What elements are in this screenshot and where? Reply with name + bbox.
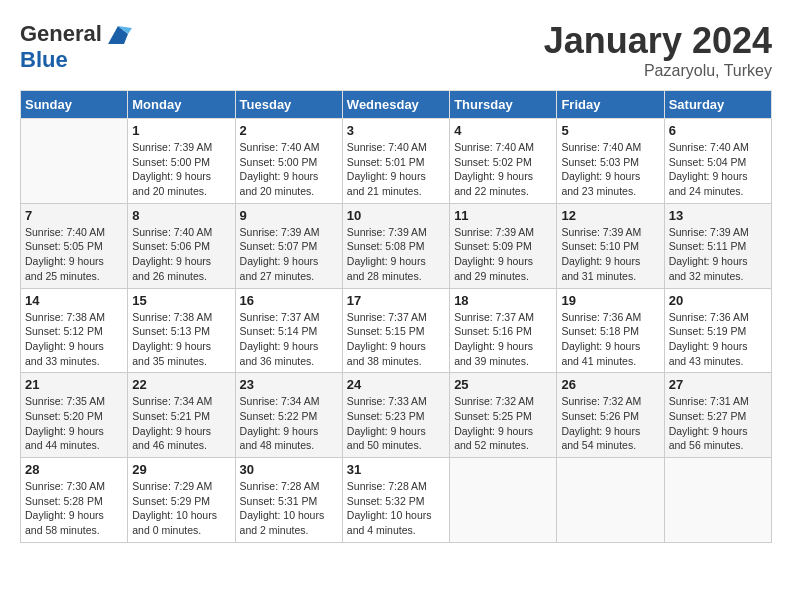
day-header-monday: Monday xyxy=(128,91,235,119)
calendar-cell: 3Sunrise: 7:40 AM Sunset: 5:01 PM Daylig… xyxy=(342,119,449,204)
day-info: Sunrise: 7:31 AM Sunset: 5:27 PM Dayligh… xyxy=(669,394,767,453)
day-number: 22 xyxy=(132,377,230,392)
calendar-cell: 5Sunrise: 7:40 AM Sunset: 5:03 PM Daylig… xyxy=(557,119,664,204)
calendar-cell: 21Sunrise: 7:35 AM Sunset: 5:20 PM Dayli… xyxy=(21,373,128,458)
day-info: Sunrise: 7:32 AM Sunset: 5:25 PM Dayligh… xyxy=(454,394,552,453)
logo-blue: Blue xyxy=(20,47,68,72)
calendar-header-row: SundayMondayTuesdayWednesdayThursdayFrid… xyxy=(21,91,772,119)
day-info: Sunrise: 7:37 AM Sunset: 5:16 PM Dayligh… xyxy=(454,310,552,369)
location-title: Pazaryolu, Turkey xyxy=(544,62,772,80)
calendar-cell: 26Sunrise: 7:32 AM Sunset: 5:26 PM Dayli… xyxy=(557,373,664,458)
day-info: Sunrise: 7:40 AM Sunset: 5:00 PM Dayligh… xyxy=(240,140,338,199)
week-row-2: 7Sunrise: 7:40 AM Sunset: 5:05 PM Daylig… xyxy=(21,203,772,288)
day-info: Sunrise: 7:37 AM Sunset: 5:15 PM Dayligh… xyxy=(347,310,445,369)
day-info: Sunrise: 7:39 AM Sunset: 5:07 PM Dayligh… xyxy=(240,225,338,284)
day-number: 29 xyxy=(132,462,230,477)
calendar-cell xyxy=(450,458,557,543)
day-number: 24 xyxy=(347,377,445,392)
day-info: Sunrise: 7:38 AM Sunset: 5:12 PM Dayligh… xyxy=(25,310,123,369)
calendar-cell: 29Sunrise: 7:29 AM Sunset: 5:29 PM Dayli… xyxy=(128,458,235,543)
calendar-cell: 20Sunrise: 7:36 AM Sunset: 5:19 PM Dayli… xyxy=(664,288,771,373)
day-header-tuesday: Tuesday xyxy=(235,91,342,119)
day-number: 7 xyxy=(25,208,123,223)
calendar-cell: 15Sunrise: 7:38 AM Sunset: 5:13 PM Dayli… xyxy=(128,288,235,373)
calendar-cell: 7Sunrise: 7:40 AM Sunset: 5:05 PM Daylig… xyxy=(21,203,128,288)
day-info: Sunrise: 7:39 AM Sunset: 5:10 PM Dayligh… xyxy=(561,225,659,284)
calendar-cell: 2Sunrise: 7:40 AM Sunset: 5:00 PM Daylig… xyxy=(235,119,342,204)
calendar-cell: 14Sunrise: 7:38 AM Sunset: 5:12 PM Dayli… xyxy=(21,288,128,373)
calendar-cell: 13Sunrise: 7:39 AM Sunset: 5:11 PM Dayli… xyxy=(664,203,771,288)
day-info: Sunrise: 7:40 AM Sunset: 5:05 PM Dayligh… xyxy=(25,225,123,284)
calendar-cell: 22Sunrise: 7:34 AM Sunset: 5:21 PM Dayli… xyxy=(128,373,235,458)
calendar-cell xyxy=(664,458,771,543)
week-row-4: 21Sunrise: 7:35 AM Sunset: 5:20 PM Dayli… xyxy=(21,373,772,458)
day-number: 14 xyxy=(25,293,123,308)
day-info: Sunrise: 7:39 AM Sunset: 5:11 PM Dayligh… xyxy=(669,225,767,284)
title-block: January 2024 Pazaryolu, Turkey xyxy=(544,20,772,80)
day-info: Sunrise: 7:40 AM Sunset: 5:04 PM Dayligh… xyxy=(669,140,767,199)
day-number: 11 xyxy=(454,208,552,223)
day-header-saturday: Saturday xyxy=(664,91,771,119)
day-number: 16 xyxy=(240,293,338,308)
day-info: Sunrise: 7:38 AM Sunset: 5:13 PM Dayligh… xyxy=(132,310,230,369)
logo-icon xyxy=(104,20,132,48)
day-info: Sunrise: 7:39 AM Sunset: 5:00 PM Dayligh… xyxy=(132,140,230,199)
day-info: Sunrise: 7:28 AM Sunset: 5:31 PM Dayligh… xyxy=(240,479,338,538)
day-info: Sunrise: 7:36 AM Sunset: 5:19 PM Dayligh… xyxy=(669,310,767,369)
week-row-1: 1Sunrise: 7:39 AM Sunset: 5:00 PM Daylig… xyxy=(21,119,772,204)
calendar-cell: 4Sunrise: 7:40 AM Sunset: 5:02 PM Daylig… xyxy=(450,119,557,204)
day-number: 19 xyxy=(561,293,659,308)
calendar-cell: 30Sunrise: 7:28 AM Sunset: 5:31 PM Dayli… xyxy=(235,458,342,543)
calendar-cell: 16Sunrise: 7:37 AM Sunset: 5:14 PM Dayli… xyxy=(235,288,342,373)
day-number: 6 xyxy=(669,123,767,138)
calendar-cell: 25Sunrise: 7:32 AM Sunset: 5:25 PM Dayli… xyxy=(450,373,557,458)
day-number: 15 xyxy=(132,293,230,308)
day-info: Sunrise: 7:30 AM Sunset: 5:28 PM Dayligh… xyxy=(25,479,123,538)
day-number: 2 xyxy=(240,123,338,138)
day-number: 26 xyxy=(561,377,659,392)
day-number: 18 xyxy=(454,293,552,308)
day-number: 10 xyxy=(347,208,445,223)
day-info: Sunrise: 7:33 AM Sunset: 5:23 PM Dayligh… xyxy=(347,394,445,453)
day-info: Sunrise: 7:40 AM Sunset: 5:01 PM Dayligh… xyxy=(347,140,445,199)
day-number: 9 xyxy=(240,208,338,223)
week-row-3: 14Sunrise: 7:38 AM Sunset: 5:12 PM Dayli… xyxy=(21,288,772,373)
calendar-cell xyxy=(557,458,664,543)
day-number: 13 xyxy=(669,208,767,223)
month-title: January 2024 xyxy=(544,20,772,62)
day-number: 20 xyxy=(669,293,767,308)
logo-general: General xyxy=(20,21,102,46)
day-number: 28 xyxy=(25,462,123,477)
day-info: Sunrise: 7:32 AM Sunset: 5:26 PM Dayligh… xyxy=(561,394,659,453)
calendar-body: 1Sunrise: 7:39 AM Sunset: 5:00 PM Daylig… xyxy=(21,119,772,543)
day-number: 12 xyxy=(561,208,659,223)
calendar-cell: 6Sunrise: 7:40 AM Sunset: 5:04 PM Daylig… xyxy=(664,119,771,204)
day-number: 25 xyxy=(454,377,552,392)
calendar-cell: 1Sunrise: 7:39 AM Sunset: 5:00 PM Daylig… xyxy=(128,119,235,204)
day-number: 5 xyxy=(561,123,659,138)
day-number: 17 xyxy=(347,293,445,308)
day-info: Sunrise: 7:37 AM Sunset: 5:14 PM Dayligh… xyxy=(240,310,338,369)
day-info: Sunrise: 7:40 AM Sunset: 5:03 PM Dayligh… xyxy=(561,140,659,199)
calendar-cell: 8Sunrise: 7:40 AM Sunset: 5:06 PM Daylig… xyxy=(128,203,235,288)
day-header-friday: Friday xyxy=(557,91,664,119)
day-info: Sunrise: 7:40 AM Sunset: 5:02 PM Dayligh… xyxy=(454,140,552,199)
day-number: 8 xyxy=(132,208,230,223)
logo: General Blue xyxy=(20,20,132,72)
week-row-5: 28Sunrise: 7:30 AM Sunset: 5:28 PM Dayli… xyxy=(21,458,772,543)
calendar-cell: 12Sunrise: 7:39 AM Sunset: 5:10 PM Dayli… xyxy=(557,203,664,288)
calendar-cell: 19Sunrise: 7:36 AM Sunset: 5:18 PM Dayli… xyxy=(557,288,664,373)
day-info: Sunrise: 7:34 AM Sunset: 5:22 PM Dayligh… xyxy=(240,394,338,453)
calendar-cell: 31Sunrise: 7:28 AM Sunset: 5:32 PM Dayli… xyxy=(342,458,449,543)
day-header-sunday: Sunday xyxy=(21,91,128,119)
day-info: Sunrise: 7:29 AM Sunset: 5:29 PM Dayligh… xyxy=(132,479,230,538)
day-number: 1 xyxy=(132,123,230,138)
calendar-cell: 10Sunrise: 7:39 AM Sunset: 5:08 PM Dayli… xyxy=(342,203,449,288)
calendar-cell: 27Sunrise: 7:31 AM Sunset: 5:27 PM Dayli… xyxy=(664,373,771,458)
calendar-cell: 28Sunrise: 7:30 AM Sunset: 5:28 PM Dayli… xyxy=(21,458,128,543)
day-info: Sunrise: 7:35 AM Sunset: 5:20 PM Dayligh… xyxy=(25,394,123,453)
calendar-cell: 18Sunrise: 7:37 AM Sunset: 5:16 PM Dayli… xyxy=(450,288,557,373)
day-number: 31 xyxy=(347,462,445,477)
day-number: 23 xyxy=(240,377,338,392)
day-info: Sunrise: 7:34 AM Sunset: 5:21 PM Dayligh… xyxy=(132,394,230,453)
